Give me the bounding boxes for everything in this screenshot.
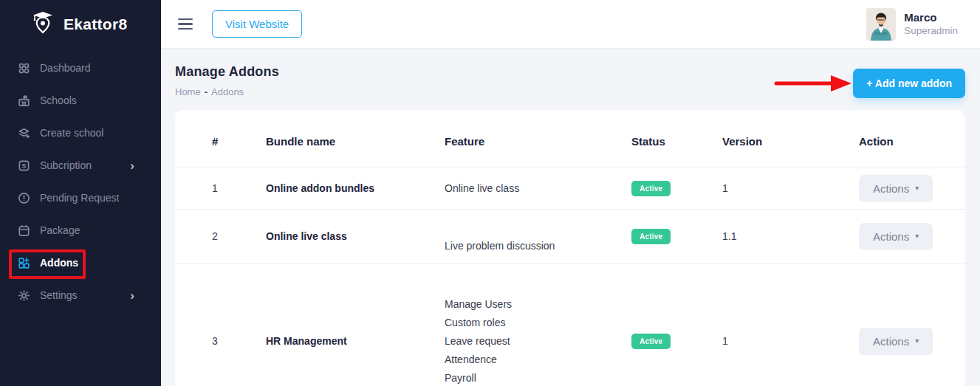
add-new-addon-button[interactable]: + Add new addon [853, 69, 965, 98]
action-cell: Actions▾ [859, 263, 965, 386]
sidebar-item-label: Pending Request [40, 192, 119, 204]
svg-text:S: S [21, 162, 26, 169]
sidebar-item-label: Addons [40, 257, 78, 269]
sidebar-item-create-school[interactable]: Create school [0, 117, 161, 149]
breadcrumb-current: Addons [211, 86, 244, 97]
row-actions-button[interactable]: Actions▾ [859, 175, 933, 202]
action-cell: Actions▾ [859, 209, 965, 263]
actions-button-label: Actions [873, 182, 909, 195]
col-header-feature: Feature [445, 116, 631, 168]
status-badge: Active [631, 229, 671, 244]
hamburger-menu-icon[interactable] [175, 15, 196, 33]
status-cell: Active [631, 168, 722, 209]
sidebar-item-schools[interactable]: Schools [0, 84, 161, 117]
package-icon [18, 224, 30, 237]
page-title: Manage Addons [175, 64, 279, 80]
table-row: 2Online live classLive problem discussio… [175, 209, 965, 263]
row-number: 2 [175, 209, 266, 263]
chevron-right-icon: › [130, 159, 134, 172]
user-menu[interactable]: Marco Superadmin [866, 8, 980, 41]
breadcrumb: Home-Addons [175, 86, 279, 97]
user-name: Marco [904, 10, 958, 25]
sidebar-item-label: Subcription [40, 159, 92, 171]
row-actions-button[interactable]: Actions▾ [859, 223, 933, 250]
sidebar-item-label: Settings [40, 289, 78, 301]
status-badge: Active [631, 334, 671, 349]
row-number: 3 [175, 263, 266, 386]
user-info: Marco Superadmin [904, 10, 958, 38]
sidebar-item-settings[interactable]: Settings› [0, 279, 161, 311]
topbar: Visit Website Marco Superadmin [161, 0, 980, 49]
sidebar-item-label: Schools [40, 94, 77, 106]
status-badge: Active [631, 181, 671, 196]
addons-table: #Bundle nameFeatureStatusVersionAction 1… [175, 116, 965, 386]
version-cell: 1 [722, 168, 859, 209]
chevron-right-icon: › [130, 289, 134, 302]
col-header-version: Version [722, 116, 859, 168]
actions-button-label: Actions [873, 230, 909, 243]
breadcrumb-separator: - [205, 86, 208, 97]
caret-down-icon: ▾ [915, 185, 919, 192]
version-cell: 1 [722, 263, 859, 386]
sidebar-item-label: Dashboard [40, 62, 91, 74]
feature-list: Live problem discussion [445, 209, 631, 263]
app-root: Ekattor8 DashboardSchoolsCreate schoolSS… [0, 0, 980, 386]
sidebar-item-label: Package [40, 224, 80, 236]
feature-item: Manage Users [445, 295, 631, 314]
actions-button-label: Actions [873, 335, 909, 348]
table-header-row: #Bundle nameFeatureStatusVersionAction [175, 116, 965, 168]
feature-item: Custom roles [445, 314, 631, 332]
table-row: 1Online addon bundlesOnline live classAc… [175, 168, 965, 209]
status-cell: Active [631, 209, 722, 263]
page-title-block: Manage Addons Home-Addons [175, 64, 279, 97]
sidebar-menu: DashboardSchoolsCreate schoolSSubcriptio… [0, 49, 161, 311]
status-cell: Active [631, 263, 722, 386]
bundle-name: Online addon bundles [266, 168, 445, 209]
feature-item: Payroll [445, 369, 631, 386]
table-row: 3HR ManagementManage UsersCustom rolesLe… [175, 263, 965, 386]
row-actions-button[interactable]: Actions▾ [859, 328, 933, 355]
user-role: Superadmin [904, 24, 958, 38]
dashboard-grid-icon [18, 62, 30, 75]
avatar [866, 8, 896, 41]
brand-name: Ekattor8 [64, 15, 127, 33]
sidebar-item-subcription[interactable]: SSubcription› [0, 149, 161, 182]
row-number: 1 [175, 168, 266, 209]
feature-item: Attendence [445, 351, 631, 369]
feature-item: Online live class [445, 179, 631, 198]
addons-grid-plus-icon [18, 257, 30, 269]
caret-down-icon: ▾ [915, 337, 919, 345]
breadcrumb-home[interactable]: Home [175, 86, 201, 97]
sidebar: Ekattor8 DashboardSchoolsCreate schoolSS… [0, 0, 161, 386]
col-header-action: Action [859, 116, 965, 168]
caret-down-icon: ▾ [915, 232, 919, 240]
sidebar-item-dashboard[interactable]: Dashboard [0, 52, 161, 84]
create-school-layers-icon [18, 127, 30, 139]
sidebar-item-addons[interactable]: Addons [0, 247, 161, 279]
gear-icon [18, 289, 30, 302]
action-cell: Actions▾ [859, 168, 965, 209]
feature-item: Live problem discussion [445, 237, 631, 255]
feature-list: Manage UsersCustom rolesLeave requestAtt… [445, 263, 631, 386]
col-header-bundle-name: Bundle name [266, 116, 445, 168]
sidebar-item-pending-request[interactable]: Pending Request [0, 182, 161, 214]
school-building-icon [18, 94, 30, 107]
content-area: Manage Addons Home-Addons + Add new addo… [161, 49, 980, 386]
col-header-num: # [175, 116, 266, 168]
feature-item: Leave request [445, 332, 631, 351]
sidebar-item-package[interactable]: Package [0, 214, 161, 247]
bundle-name: Online live class [266, 209, 445, 263]
col-header-status: Status [631, 116, 722, 168]
sidebar-item-label: Create school [40, 127, 103, 139]
brand-logo[interactable]: Ekattor8 [0, 0, 161, 49]
bundle-name: HR Management [266, 263, 445, 386]
graduation-cap-pin-icon [30, 10, 56, 39]
version-cell: 1.1 [722, 209, 859, 263]
subscription-icon: S [18, 159, 30, 172]
visit-website-button[interactable]: Visit Website [212, 10, 302, 38]
feature-list: Online live class [445, 168, 631, 209]
pending-request-alert-icon [18, 192, 30, 204]
addons-table-card: #Bundle nameFeatureStatusVersionAction 1… [175, 110, 965, 386]
page-header: Manage Addons Home-Addons + Add new addo… [175, 64, 965, 98]
